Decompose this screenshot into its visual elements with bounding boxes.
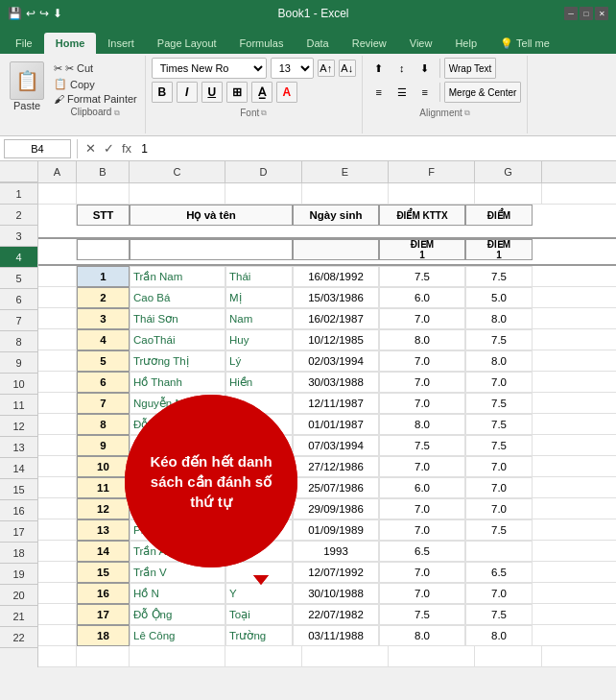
cell-f14[interactable]: 7.0: [465, 477, 533, 498]
cell-a4[interactable]: [38, 266, 77, 287]
italic-button[interactable]: I: [177, 82, 198, 103]
row-header-9[interactable]: 9: [0, 352, 37, 374]
cell-a13[interactable]: [38, 456, 77, 477]
cell-f11[interactable]: 7.5: [465, 414, 533, 435]
cell-a2[interactable]: [38, 205, 77, 226]
cell-c3[interactable]: [130, 239, 293, 260]
cell-d15[interactable]: 29/09/1986: [293, 498, 379, 519]
row-header-5[interactable]: 5: [0, 268, 37, 289]
cell-g1[interactable]: [475, 183, 542, 205]
cell-c19[interactable]: Hồ N: [130, 583, 225, 604]
cell-clast4[interactable]: Thái: [225, 266, 293, 287]
col-header-c[interactable]: C: [130, 161, 225, 182]
cell-d5[interactable]: 15/03/1986: [293, 287, 379, 308]
cell-a22[interactable]: [38, 646, 77, 667]
cell-f1[interactable]: [389, 183, 475, 205]
cell-e2[interactable]: ĐIỂM KTTX: [379, 205, 465, 226]
dropdown-icon[interactable]: ⬇: [53, 7, 62, 20]
redo-icon[interactable]: ↪: [39, 7, 49, 20]
cell-c4[interactable]: Trần Nam: [130, 266, 225, 287]
cut-button[interactable]: ✂ ✂ Cut: [52, 61, 139, 76]
tab-formulas[interactable]: Formulas: [228, 33, 296, 54]
cell-d11[interactable]: 01/01/1987: [293, 414, 379, 435]
col-header-f[interactable]: F: [389, 161, 475, 182]
cell-a14[interactable]: [38, 477, 77, 498]
cell-a12[interactable]: [38, 435, 77, 456]
clipboard-expand-icon[interactable]: ⧉: [114, 109, 120, 117]
cell-clast8[interactable]: Lý: [225, 350, 293, 372]
cell-a7[interactable]: [38, 329, 77, 350]
cell-a17[interactable]: [38, 541, 77, 562]
cell-f2[interactable]: ĐIỂM: [465, 205, 533, 226]
row-header-13[interactable]: 13: [0, 437, 37, 458]
cell-b6[interactable]: 3: [77, 308, 130, 329]
bold-button[interactable]: B: [152, 82, 173, 103]
cell-b22[interactable]: [77, 646, 130, 667]
cell-e14[interactable]: 6.0: [379, 477, 465, 498]
row-header-8[interactable]: 8: [0, 331, 37, 352]
row-header-16[interactable]: 16: [0, 500, 37, 521]
cell-c1[interactable]: [130, 183, 225, 205]
increase-font-size-button[interactable]: A↑: [318, 60, 335, 77]
cell-d3[interactable]: [293, 239, 379, 260]
cell-clast21[interactable]: Trường: [225, 625, 293, 646]
cell-d2[interactable]: Ngày sinh: [293, 205, 379, 226]
row-header-17[interactable]: 17: [0, 521, 37, 543]
cell-a16[interactable]: [38, 519, 77, 541]
row-header-3[interactable]: 3: [0, 226, 37, 247]
minimize-button[interactable]: ─: [564, 7, 578, 20]
cell-b18[interactable]: 15: [77, 562, 130, 583]
cell-a3[interactable]: [38, 239, 77, 260]
cell-f8[interactable]: 8.0: [465, 350, 533, 372]
cell-d18[interactable]: 12/07/1992: [293, 562, 379, 583]
row-header-14[interactable]: 14: [0, 458, 37, 479]
close-button[interactable]: ✕: [595, 7, 608, 20]
cell-b7[interactable]: 4: [77, 329, 130, 350]
cell-f22[interactable]: [389, 646, 475, 667]
cell-b11[interactable]: 8: [77, 414, 130, 435]
formula-input[interactable]: [137, 139, 612, 158]
cell-b14[interactable]: 11: [77, 477, 130, 498]
align-center-button[interactable]: ☰: [391, 82, 413, 103]
save-icon[interactable]: 💾: [8, 7, 22, 20]
cell-a21[interactable]: [38, 625, 77, 646]
row-header-12[interactable]: 12: [0, 416, 37, 437]
cell-b3[interactable]: [77, 239, 130, 260]
cell-clast19[interactable]: Y: [225, 583, 293, 604]
cell-c21[interactable]: Lê Công: [130, 625, 225, 646]
cell-a11[interactable]: [38, 414, 77, 435]
cell-e11[interactable]: 8.0: [379, 414, 465, 435]
cell-f17[interactable]: [465, 541, 533, 562]
cell-a5[interactable]: [38, 287, 77, 308]
cell-b13[interactable]: 10: [77, 456, 130, 477]
cell-d22[interactable]: [225, 646, 302, 667]
align-top-button[interactable]: ⬆: [368, 58, 390, 79]
cell-d10[interactable]: 12/11/1987: [293, 393, 379, 414]
col-header-a[interactable]: A: [38, 161, 77, 182]
cell-a15[interactable]: [38, 498, 77, 519]
alignment-expand-icon[interactable]: ⧉: [464, 109, 470, 118]
font-expand-icon[interactable]: ⧉: [261, 109, 267, 118]
row-header-21[interactable]: 21: [0, 606, 37, 627]
cell-e7[interactable]: 8.0: [379, 329, 465, 350]
copy-button[interactable]: 📋 Copy: [52, 77, 139, 91]
underline-button[interactable]: U: [201, 82, 223, 103]
maximize-button[interactable]: □: [580, 7, 593, 20]
cell-e22[interactable]: [302, 646, 389, 667]
font-size-select[interactable]: 13: [271, 58, 314, 79]
font-color-button[interactable]: A: [276, 82, 297, 103]
cell-e20[interactable]: 7.5: [379, 604, 465, 625]
cell-d6[interactable]: 16/02/1987: [293, 308, 379, 329]
cell-clast7[interactable]: Huy: [225, 329, 293, 350]
cell-c7[interactable]: CaoThái: [130, 329, 225, 350]
row-header-19[interactable]: 19: [0, 564, 37, 585]
cell-d14[interactable]: 25/07/1986: [293, 477, 379, 498]
cell-b4[interactable]: 1: [77, 266, 130, 287]
cell-e3[interactable]: ĐIỂM1: [379, 239, 465, 260]
fill-color-button[interactable]: A̲: [251, 82, 272, 103]
cell-b12[interactable]: 9: [77, 435, 130, 456]
cell-e5[interactable]: 6.0: [379, 287, 465, 308]
cell-d16[interactable]: 01/09/1989: [293, 519, 379, 541]
cell-e9[interactable]: 7.0: [379, 372, 465, 393]
cell-b1[interactable]: [77, 183, 130, 205]
